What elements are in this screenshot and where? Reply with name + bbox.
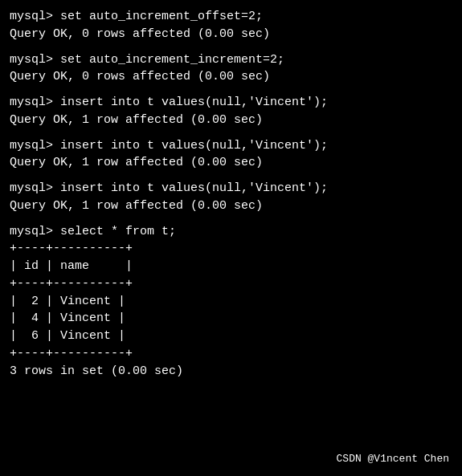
result-line-1: Query OK, 0 rows affected (0.00 sec) xyxy=(10,26,452,43)
watermark: CSDN @V1ncent Chen xyxy=(337,453,449,465)
result-line-5: Query OK, 1 row affected (0.00 sec) xyxy=(10,197,452,215)
result-line-2: Query OK, 0 rows affected (0.00 sec) xyxy=(10,68,452,86)
table-top-border: +----+----------+ xyxy=(10,240,452,258)
spacer-5 xyxy=(10,215,452,223)
spacer-2 xyxy=(10,86,452,94)
table-header-row: | id | name | xyxy=(10,258,452,275)
spacer-1 xyxy=(10,43,452,51)
command-line-3: mysql> insert into t values(null,'Vincen… xyxy=(10,94,452,112)
command-line-2: mysql> set auto_increment_increment=2; xyxy=(10,51,452,69)
command-line-6: mysql> select * from t; xyxy=(10,223,452,241)
table-bottom-border: +----+----------+ xyxy=(10,345,452,363)
command-line-5: mysql> insert into t values(null,'Vincen… xyxy=(10,180,452,197)
result-line-3: Query OK, 1 row affected (0.00 sec) xyxy=(10,112,452,129)
terminal-window: mysql> set auto_increment_offset=2; Quer… xyxy=(0,0,462,476)
command-line-1: mysql> set auto_increment_offset=2; xyxy=(10,8,452,26)
spacer-3 xyxy=(10,129,452,137)
table-data-row-2: | 4 | Vincent | xyxy=(10,310,452,328)
spacer-4 xyxy=(10,172,452,180)
table-data-row-1: | 2 | Vincent | xyxy=(10,293,452,311)
result-line-4: Query OK, 1 row affected (0.00 sec) xyxy=(10,154,452,172)
table-data-row-3: | 6 | Vincent | xyxy=(10,328,452,345)
result-line-final: 3 rows in set (0.00 sec) xyxy=(10,363,452,380)
table-header-border: +----+----------+ xyxy=(10,275,452,293)
command-line-4: mysql> insert into t values(null,'Vincen… xyxy=(10,137,452,155)
